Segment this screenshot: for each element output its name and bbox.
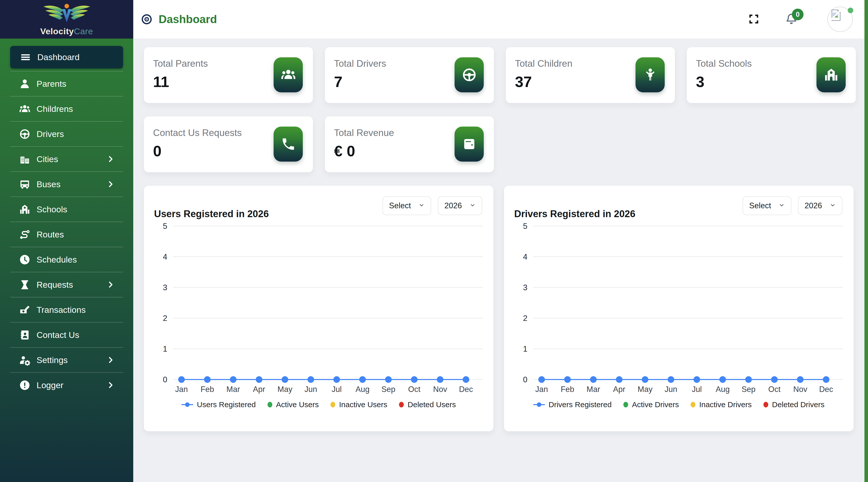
route-icon [18,228,31,241]
chart-legend: Users RegisteredActive UsersInactive Use… [144,400,493,409]
sidebar-item-transactions[interactable]: Transactions [10,297,123,322]
svg-text:Nov: Nov [794,385,808,394]
legend-label: Deleted Users [408,400,456,409]
transactions-icon [18,303,31,316]
legend-item: Inactive Users [331,400,387,409]
sidebar-item-settings[interactable]: Settings [10,347,123,373]
legend-dot-marker [331,402,335,408]
sidebar-item-routes[interactable]: Routes [10,222,123,247]
svg-text:5: 5 [523,222,527,231]
sidebar-item-schedules[interactable]: Schedules [10,247,123,272]
users-group-icon [18,102,31,115]
month-filter-select[interactable]: Select [743,196,792,215]
legend-dot-marker [399,402,404,408]
legend-dot-marker [623,402,628,408]
svg-text:Jan: Jan [175,385,188,394]
sidebar-item-parents[interactable]: Parents [10,71,123,96]
svg-text:Jan: Jan [535,385,548,394]
page-scrollbar[interactable] [864,0,868,482]
phone-icon [274,127,303,162]
svg-text:Dec: Dec [459,385,473,394]
steering-wheel-icon [18,128,31,140]
steering-wheel-icon [455,57,484,92]
fullscreen-icon[interactable] [748,13,760,25]
legend-item: Inactive Drivers [691,400,752,409]
year-select[interactable]: 2026 [438,196,482,215]
topbar: Dashboard 0 [133,0,868,39]
brand-name: VelocityCare [40,26,93,36]
svg-text:0: 0 [523,375,527,384]
sidebar-item-dashboard[interactable]: Dashboard [10,46,123,68]
svg-text:Mar: Mar [587,385,600,394]
legend-dot-marker [691,402,695,408]
sidebar-item-contact-us[interactable]: Contact Us [10,322,123,347]
svg-text:May: May [277,385,292,394]
svg-text:3: 3 [523,283,527,292]
sidebar-item-cities[interactable]: Cities [10,147,123,171]
alert-circle-icon [18,379,31,391]
chart-title: Users Registered in 2026 [154,208,269,219]
sidebar-item-label: Parents [36,79,66,89]
svg-text:Apr: Apr [253,385,265,394]
year-select[interactable]: 2026 [798,196,842,215]
sidebar-item-label: Cities [36,154,58,164]
legend-item: Deleted Users [399,400,456,409]
svg-text:5: 5 [163,222,167,231]
hourglass-icon [18,278,31,291]
chevron-down-icon [779,201,785,210]
sidebar-item-schools[interactable]: Schools [10,197,123,222]
users-group-icon [274,57,303,92]
legend-line-marker [182,404,193,405]
month-filter-select[interactable]: Select [382,196,431,215]
avatar[interactable] [827,7,853,32]
stats-row-2: Contact Us Requests0Total Revenue€ 0 [144,117,859,172]
svg-text:Aug: Aug [355,385,370,394]
online-status-dot [848,8,853,13]
sidebar-item-requests[interactable]: Requests [10,272,123,297]
broken-image-icon [829,8,843,22]
svg-text:Apr: Apr [613,385,625,394]
svg-text:May: May [638,385,653,394]
sidebar-item-label: Routes [36,230,64,239]
chevron-down-icon [469,201,476,210]
sidebar-item-label: Childrens [36,104,73,114]
legend-item: Deleted Drivers [764,400,825,409]
legend-dot-marker [764,402,768,408]
menu-icon [19,51,32,64]
charts-row: Users Registered in 2026Select2026543210… [144,186,859,431]
school-icon [816,57,846,92]
svg-text:Jul: Jul [332,385,342,394]
legend-label: Active Users [276,400,319,409]
line-chart: 543210JanFebMarAprMayJunJulAugSepOctNovD… [153,219,485,396]
legend-line-marker [533,404,545,405]
clock-icon [18,253,31,266]
chevron-right-icon [107,180,116,189]
chevron-right-icon [107,155,116,163]
sidebar-item-drivers[interactable]: Drivers [10,121,123,147]
chevron-down-icon [830,201,836,210]
sidebar-nav: DashboardParentsChildrensDriversCitiesBu… [0,38,133,482]
svg-text:Aug: Aug [716,385,730,394]
svg-text:Dec: Dec [819,385,833,394]
svg-text:Feb: Feb [561,385,574,394]
svg-text:Sep: Sep [381,385,396,394]
sidebar-item-childrens[interactable]: Childrens [10,96,123,121]
chevron-right-icon [107,356,116,364]
svg-text:Feb: Feb [200,385,214,394]
bus-icon [18,178,31,191]
legend-label: Drivers Registered [549,400,612,409]
sidebar-item-logger[interactable]: Logger [10,373,123,397]
user-icon [18,77,31,90]
chart-card-users: Users Registered in 2026Select2026543210… [144,186,493,431]
legend-label: Active Drivers [632,400,679,409]
notifications-bell-icon[interactable]: 0 [785,13,798,26]
velocitycare-wings-logo-icon [40,3,94,26]
sidebar-item-label: Contact Us [36,330,79,340]
stat-card-total-revenue: Total Revenue€ 0 [325,117,494,172]
chart-title: Drivers Registered in 2026 [514,208,635,219]
stat-card-contact-us-requests: Contact Us Requests0 [144,117,313,172]
legend-item: Active Drivers [623,400,679,409]
sidebar-item-buses[interactable]: Buses [10,171,123,197]
sidebar-item-label: Schools [36,204,67,214]
contact-book-icon [18,328,31,341]
